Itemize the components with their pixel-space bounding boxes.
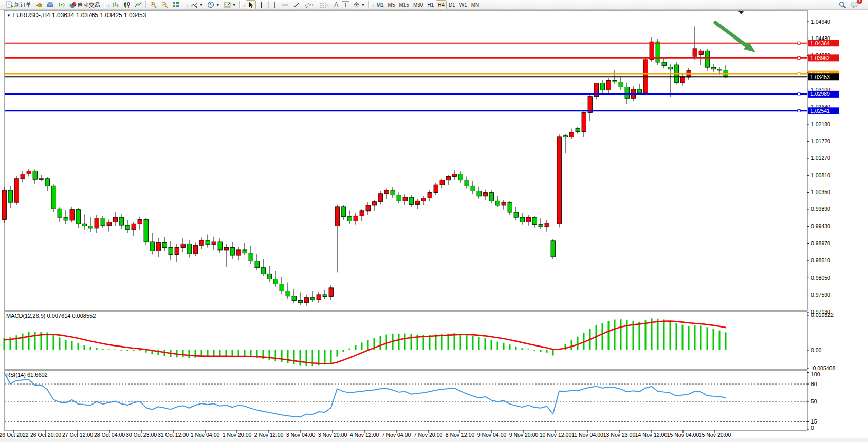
bear-candle (514, 212, 519, 217)
macd-bar (713, 329, 714, 350)
bull-candle (14, 179, 19, 202)
line-handle[interactable] (798, 109, 800, 112)
new-order-button[interactable]: 新订单 (4, 0, 33, 9)
time-tick-label: 2 Nov 12:00 (254, 432, 284, 438)
periods-dropdown[interactable]: ▼ (205, 0, 221, 9)
rsi-tick-label: 100 (811, 371, 820, 377)
macd-bar (115, 350, 116, 350)
macd-bar (725, 332, 727, 350)
auto-trading-icon (69, 1, 77, 8)
macd-bar (386, 334, 387, 350)
chart-ohlc-values: 1.03634 1.03765 1.03425 1.03453 (52, 12, 146, 19)
bear-candle (613, 80, 617, 82)
bull-candle (378, 194, 383, 202)
bear-candle (64, 217, 68, 220)
bear-candle (280, 284, 284, 291)
signals-button[interactable] (56, 0, 67, 9)
macd-bar (497, 341, 498, 350)
cursor-icon (248, 2, 254, 8)
macd-bar (620, 319, 622, 350)
bear-candle (88, 226, 93, 228)
timeframe-m15-button[interactable]: M15 (397, 0, 411, 9)
bull-candle (181, 244, 186, 247)
status-bar (0, 438, 868, 442)
time-tick-label: 26 Oct 20:00 (30, 432, 61, 438)
bull-candle (366, 205, 371, 211)
macd-bar (614, 320, 616, 350)
bull-candle (483, 193, 488, 196)
macd-bar (522, 348, 523, 350)
price-tick-label: 0.98510 (811, 257, 830, 263)
line-handle[interactable] (798, 73, 800, 75)
line-handle[interactable] (798, 42, 800, 44)
templates-dropdown[interactable]: ▼ (221, 0, 238, 9)
time-tick-label: 7 Nov 20:00 (414, 432, 443, 438)
toolbar-grip: ⁞ (2, 2, 3, 8)
macd-bar (657, 319, 659, 350)
notifications-button[interactable]: 1 (848, 0, 861, 9)
chart-canvas[interactable]: 1.049401.044801.040201.035601.031001.026… (0, 0, 868, 442)
bull-candle (27, 171, 31, 174)
bar-chart-button[interactable] (110, 0, 121, 9)
toolbar-separator (239, 1, 240, 8)
macd-bar (330, 350, 332, 363)
zoom-out-button[interactable] (159, 0, 170, 9)
macd-bar (707, 327, 708, 350)
macd-bar (694, 325, 696, 350)
macd-bar (565, 344, 566, 350)
line-handle[interactable] (798, 93, 800, 95)
bull-candle (175, 248, 179, 255)
macd-bar (127, 350, 128, 351)
bull-candle (526, 217, 531, 222)
timeframe-m30-button[interactable]: M30 (411, 0, 425, 9)
time-tick-label: 10 Nov 12:00 (540, 432, 572, 438)
macd-bar (189, 350, 190, 358)
timeframe-w1-button[interactable]: W1 (457, 0, 469, 9)
search-button[interactable] (837, 0, 848, 9)
text-label-tool-button[interactable]: T (340, 0, 351, 9)
line-handle[interactable] (798, 56, 800, 59)
clock-icon (207, 1, 214, 8)
bull-candle (372, 202, 377, 205)
bull-candle (557, 137, 562, 224)
bull-candle (113, 217, 118, 222)
channel-letter: E (312, 3, 315, 7)
timeframe-m1-button[interactable]: M1 (375, 0, 386, 9)
time-tick-label: 3 Nov 04:00 (286, 432, 316, 438)
trendline-tool-button[interactable] (291, 0, 302, 9)
toolbar-separator (368, 1, 369, 8)
timeframe-h1-button[interactable]: H1 (425, 0, 436, 9)
macd-bar (682, 325, 684, 350)
alerts-button[interactable] (33, 0, 45, 9)
equidistant-channel-tool-button[interactable]: E (302, 0, 317, 9)
arrows-tool-dropdown[interactable]: ▼ (351, 0, 367, 9)
indicators-dropdown[interactable]: ▼ (189, 0, 205, 9)
timeframe-mn-button[interactable]: MN (469, 0, 482, 9)
timeframe-h4-button[interactable]: H4 (436, 0, 447, 9)
macd-bar (441, 334, 443, 350)
cursor-tool-button[interactable] (246, 0, 256, 9)
text-tool-button[interactable]: A (332, 0, 340, 9)
template-icon (224, 1, 231, 8)
timeframe-d1-button[interactable]: D1 (447, 0, 457, 9)
zoom-in-button[interactable] (147, 0, 159, 9)
vertical-line-tool-button[interactable] (270, 0, 280, 9)
tile-windows-button[interactable] (170, 0, 181, 9)
macd-bar (448, 334, 449, 350)
macd-bar (509, 344, 511, 350)
fibonacci-tool-button[interactable]: F (317, 0, 332, 9)
timeframe-m5-button[interactable]: M5 (386, 0, 397, 9)
bull-candle (440, 180, 445, 185)
auto-trading-button[interactable]: 自动交易 (67, 0, 102, 9)
candlestick-chart-button[interactable] (121, 0, 133, 9)
bull-candle (95, 218, 99, 228)
toolbar-grip: ⁞ (108, 2, 109, 8)
bear-candle (563, 136, 568, 137)
bull-candle (428, 193, 432, 198)
mailbox-button[interactable] (45, 0, 56, 9)
line-chart-button[interactable] (133, 0, 144, 9)
crosshair-tool-button[interactable] (256, 0, 267, 9)
horizontal-line-tool-button[interactable] (280, 0, 291, 9)
bull-candle (384, 190, 389, 194)
time-tick-label: 30 Oct 23:00 (126, 432, 157, 438)
